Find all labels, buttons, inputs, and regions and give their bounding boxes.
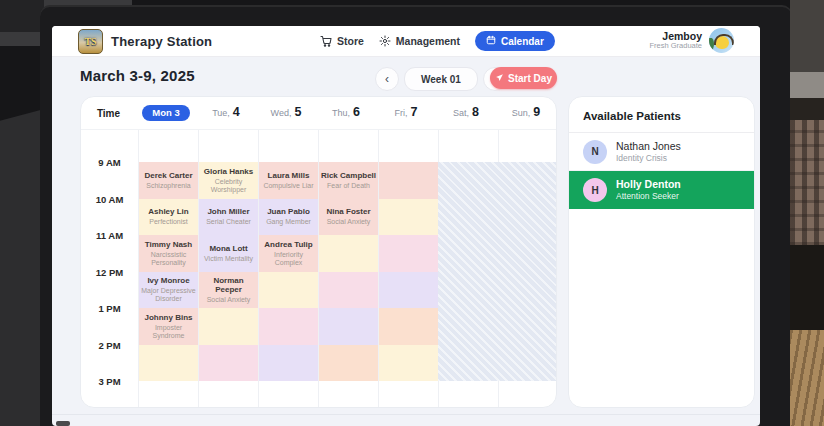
time-label: 10 AM	[81, 193, 138, 204]
patient-condition: Identity Crisis	[616, 153, 681, 163]
appointment-slot[interactable]: Ashley LinPerfectionist	[139, 199, 198, 236]
patient-name: Derek Carter	[144, 171, 192, 181]
empty-slot[interactable]	[199, 345, 258, 382]
empty-slot[interactable]	[319, 345, 378, 382]
nav-store[interactable]: Store	[320, 35, 364, 47]
appointment-slot[interactable]: John MillerSerial Cheater	[199, 199, 258, 236]
window-frame	[790, 72, 824, 98]
empty-slot[interactable]	[259, 308, 318, 345]
start-day-label: Start Day	[508, 73, 552, 84]
available-patients-title: Available Patients	[569, 97, 754, 133]
start-day-button[interactable]: Start Day	[490, 67, 557, 89]
active-day-pill[interactable]: Mon 3	[142, 105, 189, 121]
calendar-icon	[486, 35, 496, 47]
main-nav: Store Management Calenda	[320, 26, 555, 56]
day-header-fri[interactable]: Fri,7	[376, 105, 436, 121]
patient-condition: Narcissistic Personality	[140, 251, 197, 267]
appointment-slot[interactable]: Timmy NashNarcissistic Personality	[139, 235, 198, 272]
cart-icon	[320, 35, 332, 47]
prev-week-button[interactable]: ‹	[375, 67, 399, 91]
user-avatar	[709, 28, 734, 53]
patient-name: Laura Mills	[268, 171, 310, 181]
appointment-slot[interactable]: Nina FosterSocial Anxiety	[319, 199, 378, 236]
patient-name: Gloria Hanks	[204, 167, 253, 177]
empty-slot[interactable]	[319, 272, 378, 309]
top-bar: TS Therapy Station Store	[52, 26, 760, 57]
empty-slot[interactable]	[379, 308, 438, 345]
patient-condition: Victim Mentality	[204, 255, 253, 263]
day-header-sat[interactable]: Sat,8	[436, 105, 496, 121]
nav-management[interactable]: Management	[379, 35, 460, 47]
empty-slot[interactable]	[379, 272, 438, 309]
patient-name: Norman Peeper	[200, 276, 257, 295]
time-label: 12 PM	[81, 266, 138, 277]
patient-list-item[interactable]: NNathan JonesIdentity Crisis	[569, 133, 754, 171]
appointment-slot[interactable]: Mona LottVictim Mentality	[199, 235, 258, 272]
patient-info: Nathan JonesIdentity Crisis	[616, 140, 681, 163]
patient-condition: Compulsive Liar	[263, 182, 313, 190]
day-header-sun[interactable]: Sun,9	[496, 105, 556, 121]
calendar-day-headers: Mon 3Tue,4Wed,5Thu,6Fri,7Sat,8Sun,9	[136, 105, 556, 121]
appointment-slot[interactable]: Norman PeeperSocial Anxiety	[199, 272, 258, 309]
empty-slot[interactable]	[379, 199, 438, 236]
day-name: Fri,	[395, 108, 408, 118]
day-header-tue[interactable]: Tue,4	[196, 105, 256, 121]
appointment-slot[interactable]: Ivy MonroeMajor Depressive Disorder	[139, 272, 198, 309]
day-name: Sat,	[453, 108, 469, 118]
patient-name: Mona Lott	[209, 244, 247, 254]
calendar-card: Time Mon 3Tue,4Wed,5Thu,6Fri,7Sat,8Sun,9…	[80, 96, 557, 408]
empty-slot[interactable]	[379, 345, 438, 382]
empty-slot[interactable]	[139, 345, 198, 382]
gear-icon	[379, 35, 391, 47]
patient-condition: Schizophrenia	[146, 182, 190, 190]
appointment-slot[interactable]: Rick CampbellFear of Death	[319, 162, 378, 199]
empty-slot[interactable]	[319, 308, 378, 345]
patient-name: Ashley Lin	[148, 207, 188, 217]
week-indicator[interactable]: Week 01	[404, 67, 478, 91]
appointment-slot[interactable]: Laura MillsCompulsive Liar	[259, 162, 318, 199]
cropped-text-mark	[56, 421, 70, 426]
patient-list-item[interactable]: HHolly DentonAttention Seeker	[569, 171, 754, 209]
patient-condition: Imposter Syndrome	[140, 324, 197, 340]
appointment-slot[interactable]: Derek CarterSchizophrenia	[139, 162, 198, 199]
time-label: 9 AM	[81, 157, 138, 168]
patient-list: NNathan JonesIdentity CrisisHHolly Dento…	[569, 133, 754, 209]
headphones-icon	[714, 34, 734, 45]
day-name: Wed,	[271, 108, 292, 118]
day-header-thu[interactable]: Thu,6	[316, 105, 376, 121]
appointment-slot[interactable]: Gloria HanksCelebrity Worshipper	[199, 162, 258, 199]
appointment-slot[interactable]: Juan PabloGang Member	[259, 199, 318, 236]
room-ceiling	[790, 0, 824, 72]
nav-calendar-label: Calendar	[501, 36, 544, 47]
wood-floor	[790, 330, 824, 426]
appointment-slot[interactable]: Johnny BinsImposter Syndrome	[139, 308, 198, 345]
day-header-mon[interactable]: Mon 3	[136, 105, 196, 121]
send-icon	[495, 73, 504, 84]
empty-slot[interactable]	[319, 235, 378, 272]
patient-condition: Celebrity Worshipper	[200, 178, 257, 194]
empty-slot[interactable]	[259, 345, 318, 382]
patient-name: Johnny Bins	[144, 313, 192, 323]
weekend-unavailable-area	[438, 162, 557, 381]
patient-condition: Major Depressive Disorder	[140, 287, 197, 303]
empty-slot[interactable]	[259, 272, 318, 309]
patient-name: Rick Campbell	[321, 171, 376, 181]
day-header-wed[interactable]: Wed,5	[256, 105, 316, 121]
patient-name: Nina Foster	[326, 207, 370, 217]
app-title: Therapy Station	[111, 34, 212, 49]
chevron-left-icon: ‹	[385, 73, 389, 85]
monitor-screen: TS Therapy Station Store	[52, 26, 760, 426]
empty-slot[interactable]	[379, 162, 438, 199]
app-logo-icon: TS	[78, 29, 103, 54]
patient-condition: Inferiority Complex	[260, 251, 317, 267]
user-profile[interactable]: Jemboy Fresh Graduate	[649, 28, 734, 53]
time-label: 3 PM	[81, 376, 138, 387]
nav-calendar-button[interactable]: Calendar	[475, 31, 555, 51]
empty-slot[interactable]	[379, 235, 438, 272]
patient-condition: Gang Member	[266, 218, 311, 226]
patient-name: Juan Pablo	[267, 207, 310, 217]
appointment-slot[interactable]: Andrea TulipInferiority Complex	[259, 235, 318, 272]
time-label: 11 AM	[81, 230, 138, 241]
empty-slot[interactable]	[199, 308, 258, 345]
time-label: 1 PM	[81, 303, 138, 314]
